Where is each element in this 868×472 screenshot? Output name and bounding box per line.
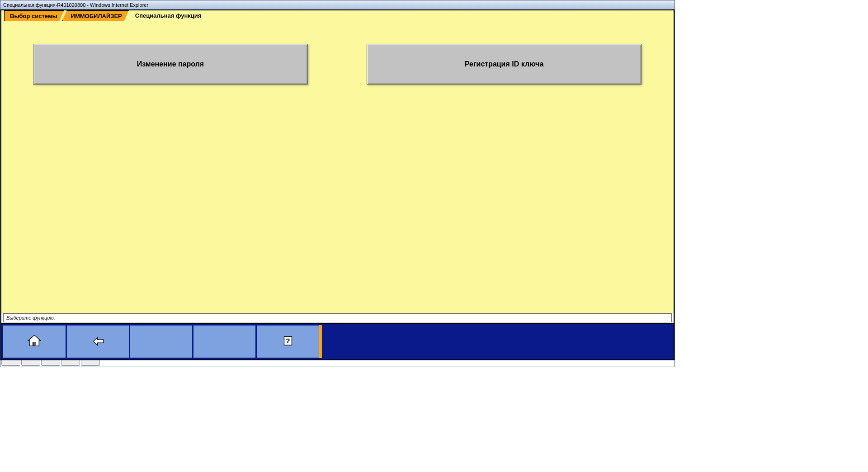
button-label: Изменение пароля [137,60,204,68]
footer-tab[interactable] [1,360,20,366]
main-content: Изменение пароля Регистрация ID ключа [1,21,674,313]
home-icon [27,334,42,349]
breadcrumb-item-immobilizer[interactable]: ИММОБИЛАЙЗЕР [62,10,129,21]
status-bar: Выберите функцию. [3,313,672,322]
breadcrumb: Выбор системы ИММОБИЛАЙЗЕР Специальная ф… [1,10,674,21]
bottom-toolbar: ? [1,323,674,359]
breadcrumb-current: Специальная функция [127,10,208,21]
svg-text:?: ? [286,337,290,345]
footer-tabs [0,360,675,367]
toolbar-slot-3[interactable] [129,325,193,358]
help-button[interactable]: ? [256,325,319,358]
change-password-button[interactable]: Изменение пароля [33,44,308,85]
back-button[interactable] [66,325,129,358]
help-icon: ? [280,334,296,349]
button-label: Регистрация ID ключа [465,60,544,68]
toolbar-slot-4[interactable] [193,325,256,358]
svg-rect-1 [33,343,35,346]
footer-tab[interactable] [21,360,40,366]
breadcrumb-label: ИММОБИЛАЙЗЕР [71,13,122,19]
back-arrow-icon [90,334,106,349]
home-button[interactable] [3,325,66,358]
footer-tab[interactable] [81,360,100,366]
register-key-id-button[interactable]: Регистрация ID ключа [367,44,642,85]
breadcrumb-label: Выбор системы [10,13,57,19]
footer-tab[interactable] [41,360,60,366]
window-titlebar: Специальная функция-R401020800 - Windows… [0,0,675,9]
footer-tab[interactable] [61,360,80,366]
window-title: Специальная функция-R401020800 - Windows… [3,2,148,8]
status-text: Выберите функцию. [6,315,55,321]
breadcrumb-current-label: Специальная функция [135,12,202,19]
breadcrumb-item-system-select[interactable]: Выбор системы [4,10,64,21]
